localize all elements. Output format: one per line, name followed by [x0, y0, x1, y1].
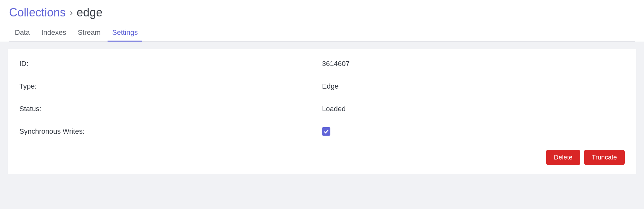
- breadcrumb-collections-link[interactable]: Collections: [9, 6, 66, 19]
- tabs: Data Indexes Stream Settings: [9, 28, 635, 42]
- field-type-label: Type:: [19, 82, 322, 91]
- field-type: Type: Edge: [19, 82, 625, 91]
- check-icon: [324, 129, 329, 134]
- field-id-value: 3614607: [322, 60, 350, 68]
- field-sync-writes-label: Synchronous Writes:: [19, 127, 322, 136]
- field-sync-writes: Synchronous Writes:: [19, 127, 625, 136]
- field-status: Status: Loaded: [19, 105, 625, 113]
- chevron-right-icon: ›: [70, 7, 73, 18]
- breadcrumb-current: edge: [77, 6, 102, 19]
- sync-writes-checkbox[interactable]: [322, 127, 330, 136]
- tab-data[interactable]: Data: [15, 28, 30, 41]
- tab-settings[interactable]: Settings: [112, 28, 138, 41]
- field-status-value: Loaded: [322, 105, 346, 113]
- tab-indexes[interactable]: Indexes: [41, 28, 66, 41]
- truncate-button[interactable]: Truncate: [584, 150, 625, 165]
- delete-button[interactable]: Delete: [546, 150, 580, 165]
- field-id: ID: 3614607: [19, 60, 625, 68]
- field-status-label: Status:: [19, 105, 322, 113]
- field-id-label: ID:: [19, 60, 322, 68]
- breadcrumb: Collections › edge: [9, 6, 635, 19]
- settings-panel: ID: 3614607 Type: Edge Status: Loaded Sy…: [8, 49, 636, 174]
- tab-stream[interactable]: Stream: [78, 28, 101, 41]
- field-type-value: Edge: [322, 82, 338, 91]
